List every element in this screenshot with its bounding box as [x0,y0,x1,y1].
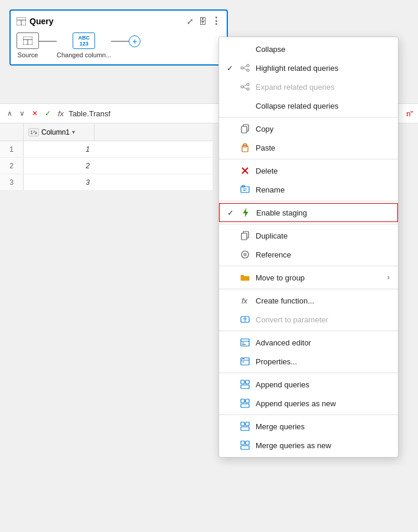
menu-icon-highlight-related [239,63,251,73]
add-step-button[interactable]: + [129,35,141,47]
menu-icon-move-to-group [239,273,251,282]
menu-icon-expand-related [239,82,251,92]
svg-point-11 [241,86,243,88]
menu-item-merge-queries[interactable]: Merge queries [219,417,398,436]
col-sort-icon[interactable]: ▾ [72,129,75,135]
menu-check-highlight-related: ✓ [225,64,234,73]
menu-item-collapse-related[interactable]: Collapse related queries [219,96,398,115]
svg-line-9 [243,66,247,68]
menu-icon-append-queries-new [239,399,251,408]
svg-rect-54 [241,427,249,430]
table-icon [17,17,26,25]
grid-row-num-header [0,123,24,141]
menu-item-append-queries-new[interactable]: Append queries as new [219,394,398,413]
menu-icon-convert-to-parameter [239,315,251,324]
menu-item-paste[interactable]: Paste [219,138,398,157]
col-header-label: Column1 [41,128,70,136]
menu-item-advanced-editor[interactable]: Advanced editor [219,333,398,352]
menu-item-collapse[interactable]: Collapse [219,40,398,58]
menu-item-expand-related: Expand related queries [219,77,398,96]
delete-step-icon[interactable]: ✕ [30,108,40,119]
expand-icon[interactable]: ⤢ [187,17,194,26]
step-connector-2 [111,41,129,42]
cell-3-1[interactable]: 3 [24,178,94,187]
query-steps: Source ABC 123 Changed column... + [17,32,221,58]
formula-extra: n" [406,109,413,118]
accept-step-icon[interactable]: ✓ [43,108,53,119]
svg-rect-55 [241,441,244,445]
query-panel: Query ⤢ 🗄 ⋮ Source ABC 123 [9,9,228,66]
step-changed-column[interactable]: ABC 123 Changed column... [57,32,111,58]
cell-2-1[interactable]: 2 [24,162,94,170]
svg-point-7 [247,64,249,67]
svg-rect-46 [241,385,249,389]
menu-separator-after-move-to-group [219,289,398,289]
svg-line-15 [243,87,247,89]
menu-label-merge-queries-new: Merge queries as new [256,441,390,450]
menu-item-create-function[interactable]: fxCreate function... [219,291,398,310]
menu-icon-paste [239,143,251,152]
menu-separator-after-append-queries-new [219,414,398,415]
svg-point-6 [241,67,243,69]
svg-marker-27 [243,208,248,217]
nav-up-icon[interactable]: ∧ [5,108,15,119]
menu-label-expand-related: Expand related queries [256,83,390,92]
step-changed-icon: ABC 123 [73,32,95,49]
menu-item-highlight-related[interactable]: ✓Highlight related queries [219,58,398,77]
menu-label-advanced-editor: Advanced editor [256,338,390,347]
menu-label-paste: Paste [256,143,390,152]
menu-item-merge-queries-new[interactable]: Merge queries as new [219,436,398,455]
cell-1-1[interactable]: 1 [24,145,94,154]
query-title: Query [17,17,53,26]
svg-point-13 [247,88,249,90]
query-name-label: Query [30,17,53,26]
menu-item-copy[interactable]: Copy [219,119,398,138]
svg-rect-48 [241,399,244,403]
menu-item-duplicate[interactable]: Duplicate [219,226,398,245]
step-source-icon [17,32,39,49]
menu-label-convert-to-parameter: Convert to parameter [256,315,390,324]
menu-icon-duplicate [239,231,251,240]
more-options-icon[interactable]: ⋮ [211,15,221,27]
menu-item-rename[interactable]: Rename [219,180,398,199]
svg-rect-53 [246,422,249,426]
menu-label-rename: Rename [256,185,390,194]
data-grid: 1²₃ Column1 ▾ 1 1 2 2 3 3 [0,123,213,191]
col-type-icon: 1²₃ [28,128,39,136]
query-header: Query ⤢ 🗄 ⋮ [17,15,221,27]
menu-icon-delete [239,166,251,175]
menu-item-delete[interactable]: Delete [219,161,398,180]
grid-col-header[interactable]: 1²₃ Column1 ▾ [24,123,94,141]
step-source[interactable]: Source [17,32,39,58]
menu-separator-after-reference [219,266,398,266]
menu-label-enable-staging: Enable staging [256,208,389,217]
abc-label: ABC [78,35,90,41]
svg-point-12 [247,83,249,86]
menu-icon-rename [239,185,251,194]
menu-icon-copy [239,124,251,133]
menu-icon-merge-queries-new [239,440,251,450]
menu-item-enable-staging[interactable]: ✓Enable staging [219,203,398,222]
svg-rect-45 [246,380,249,384]
svg-line-10 [243,68,247,70]
menu-item-properties[interactable]: Properties... [219,352,398,371]
menu-icon-create-function: fx [239,296,251,305]
svg-rect-23 [241,187,249,192]
menu-separator-after-paste [219,159,398,159]
menu-item-move-to-group[interactable]: Move to group› [219,268,398,287]
svg-point-30 [241,251,249,258]
menu-label-move-to-group: Move to group [256,273,383,282]
step-changed-label: Changed column... [57,51,111,58]
query-header-icons: ⤢ 🗄 ⋮ [187,15,221,27]
menu-label-duplicate: Duplicate [256,231,390,240]
svg-rect-57 [241,446,249,449]
menu-separator-after-enable-staging [219,224,398,224]
nav-down-icon[interactable]: ∨ [17,108,27,119]
menu-item-reference[interactable]: Reference [219,245,398,264]
database-icon[interactable]: 🗄 [198,17,207,26]
menu-label-reference: Reference [256,250,390,259]
menu-item-append-queries[interactable]: Append queries [219,375,398,394]
menu-label-highlight-related: Highlight related queries [256,64,390,73]
menu-check-enable-staging: ✓ [226,208,235,217]
menu-icon-append-queries [239,380,251,389]
